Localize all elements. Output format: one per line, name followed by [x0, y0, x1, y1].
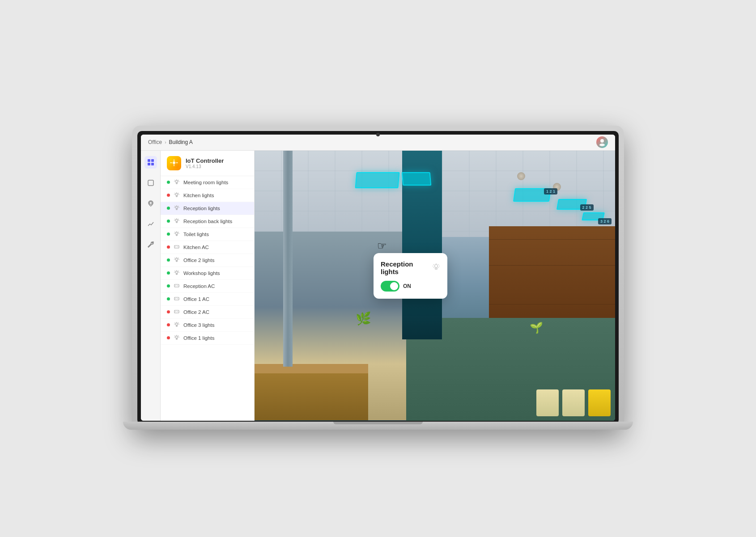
ac-icon	[174, 244, 180, 250]
device-name: Kitchen lights	[183, 193, 248, 198]
toggle-thumb	[390, 282, 398, 290]
seat-2	[562, 389, 585, 416]
device-item[interactable]: Reception back lights	[161, 215, 254, 228]
sidebar-icon-square[interactable]	[144, 177, 157, 189]
device-name: Toilet lights	[183, 232, 248, 237]
svg-point-14	[176, 180, 178, 182]
svg-rect-27	[174, 297, 179, 300]
svg-rect-4	[148, 163, 150, 165]
toggle-switch[interactable]	[381, 281, 399, 292]
svg-point-9	[173, 161, 175, 164]
screen: Office › Building A	[141, 135, 615, 421]
brand-version: V1.4.13	[186, 164, 248, 169]
sidebar-icon-wrench[interactable]	[144, 238, 157, 251]
svg-point-7	[149, 202, 152, 204]
breadcrumb-chevron-icon: ›	[165, 140, 166, 145]
laptop-body: Office › Building A	[132, 126, 624, 430]
light-panel-2[interactable]	[402, 172, 432, 186]
device-items-container: Meeting room lights Kitchen lights Recep…	[161, 176, 254, 345]
device-item[interactable]: Kitchen lights	[161, 189, 254, 202]
device-name: Meeting room lights	[183, 180, 248, 185]
device-name: Office 2 AC	[183, 309, 248, 315]
seat-1	[536, 389, 559, 416]
iot-brand-icon	[169, 158, 179, 168]
plant-left: 🌿	[356, 311, 371, 326]
avatar[interactable]	[596, 136, 608, 148]
sidebar-icons	[141, 151, 161, 421]
device-name: Reception AC	[183, 283, 248, 289]
light-icon	[174, 231, 180, 237]
status-dot	[167, 207, 170, 210]
device-item[interactable]: Reception AC	[161, 280, 254, 293]
svg-point-1	[599, 144, 605, 146]
svg-rect-19	[174, 245, 179, 248]
light-icon	[174, 257, 180, 263]
laptop-wrapper: Office › Building A	[132, 108, 624, 430]
counter-body	[255, 373, 368, 421]
status-dot	[167, 271, 170, 275]
light-icon	[174, 218, 180, 224]
status-dot	[167, 323, 170, 326]
device-item[interactable]: Office 2 AC	[161, 306, 254, 319]
brand-name: IoT Controller	[186, 157, 248, 164]
svg-point-17	[176, 219, 178, 221]
device-name: Office 2 lights	[183, 258, 248, 263]
light-icon	[174, 270, 180, 276]
popup-header: Reception lights	[381, 260, 440, 275]
svg-point-0	[600, 139, 604, 143]
device-item[interactable]: Meeting room lights	[161, 176, 254, 189]
device-item[interactable]: Office 1 lights	[161, 332, 254, 345]
app-header: Office › Building A	[141, 135, 615, 151]
breadcrumb-parent[interactable]: Office	[148, 139, 162, 145]
breadcrumb-current: Building A	[169, 139, 192, 145]
popup-light-icon	[432, 263, 440, 273]
device-name: Office 1 lights	[183, 335, 248, 341]
light-icon	[174, 335, 180, 341]
toggle-label: ON	[403, 283, 411, 289]
panel-number-1: 1 2 1	[544, 188, 557, 195]
device-item[interactable]: Kitchen AC	[161, 241, 254, 254]
screen-bezel: Office › Building A	[137, 131, 619, 424]
popup-title: Reception lights	[381, 260, 432, 275]
svg-point-18	[176, 232, 178, 234]
wood-grain-2	[489, 265, 615, 266]
brand-icon	[167, 156, 181, 170]
room-scene: 🌿 🌱 1 2 1 2 2 5	[255, 151, 615, 421]
svg-rect-5	[151, 163, 154, 165]
panel-number-2: 2 2 5	[580, 204, 594, 211]
sidebar-icon-location[interactable]	[144, 197, 157, 210]
status-dot	[167, 220, 170, 223]
panel-number-3: 3 2 6	[598, 218, 612, 224]
ac-icon	[174, 296, 180, 302]
app-body: IoT Controller V1.4.13 Meeting room ligh…	[141, 151, 615, 421]
sidebar-icon-grid[interactable]	[144, 156, 157, 169]
svg-point-37	[434, 265, 437, 268]
device-item[interactable]: Reception lights	[161, 202, 254, 215]
device-name: Workshop lights	[183, 271, 248, 276]
main-content: 🌿 🌱 1 2 1 2 2 5	[255, 151, 615, 421]
svg-rect-6	[148, 180, 153, 186]
light-icon	[174, 179, 180, 186]
device-item[interactable]: Office 1 AC	[161, 293, 254, 306]
light-icon	[174, 205, 180, 211]
device-item[interactable]: Office 2 lights	[161, 254, 254, 267]
laptop-base	[123, 422, 633, 430]
sidebar-icon-chart[interactable]	[144, 218, 157, 230]
svg-point-16	[176, 206, 178, 208]
light-icon	[174, 192, 180, 199]
device-name: Office 1 AC	[183, 296, 248, 302]
device-item[interactable]: Workshop lights	[161, 267, 254, 280]
wood-grain-1	[489, 239, 615, 240]
light-panel-1[interactable]	[355, 172, 399, 188]
status-dot	[167, 245, 170, 249]
svg-rect-3	[151, 159, 154, 162]
device-item[interactable]: Office 3 lights	[161, 319, 254, 332]
popup-card: Reception lights	[374, 253, 447, 299]
spotlight-1	[517, 172, 525, 180]
status-dot	[167, 310, 170, 313]
device-name: Office 3 lights	[183, 322, 248, 328]
svg-rect-30	[174, 310, 179, 313]
svg-point-22	[176, 258, 178, 260]
device-item[interactable]: Toilet lights	[161, 228, 254, 241]
device-name: Reception lights	[183, 206, 248, 211]
